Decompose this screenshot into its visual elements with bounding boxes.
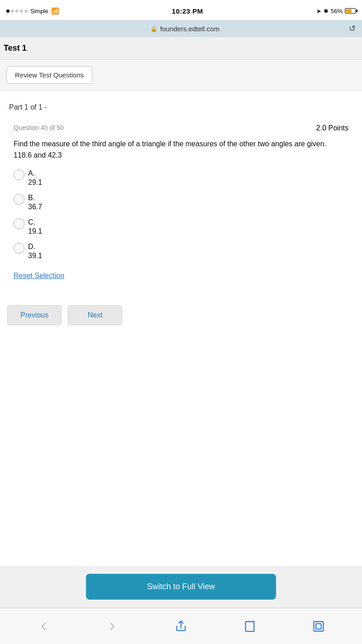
review-bar: Review Test Questions: [0, 60, 362, 91]
answer-option-d[interactable]: D. 39.1: [14, 243, 348, 260]
signal-dot-2: [11, 10, 14, 13]
next-button[interactable]: Next: [68, 305, 122, 325]
part-label: Part 1 of 1 -: [9, 103, 47, 111]
option-content-a: A. 29.1: [28, 169, 42, 187]
option-content-c: C. 19.1: [28, 218, 42, 235]
signal-dot-1: [6, 10, 10, 13]
svg-rect-2: [316, 624, 321, 629]
forward-button[interactable]: [101, 615, 124, 638]
question-text: Find the measure of the third angle of a…: [14, 139, 348, 149]
signal-dot-3: [15, 10, 19, 13]
answer-option-a[interactable]: A. 29.1: [14, 169, 348, 187]
browser-url: 🔒 founders.edtell.com: [150, 25, 219, 33]
carrier-label: Simple: [30, 8, 48, 14]
question-values: 118.6 and 42.3: [14, 151, 348, 159]
signal-dot-4: [20, 10, 23, 13]
question-number: Question 40 of 50: [14, 124, 64, 131]
option-label-d: D.: [28, 243, 42, 251]
option-label-a: A.: [28, 169, 42, 178]
bluetooth-icon: ✱: [324, 8, 329, 14]
radio-button-a[interactable]: [14, 169, 24, 180]
tabs-button[interactable]: [307, 615, 330, 638]
test-title-bar: Test 1: [0, 37, 362, 60]
signal-dots: [6, 10, 28, 13]
question-area: Question 40 of 50 2.0 Points Find the me…: [0, 116, 362, 293]
battery-fill: [346, 9, 352, 13]
page-content: Test 1 Review Test Questions Part 1 of 1…: [0, 37, 362, 338]
signal-dot-5: [24, 10, 28, 13]
status-bar: Simple 📶 10:23 PM ➤ ✱ 56%: [0, 0, 362, 20]
test-title: Test 1: [4, 43, 27, 53]
switch-view-area: Switch to Full View: [0, 566, 362, 608]
clock: 10:23 PM: [172, 7, 203, 15]
answer-option-b[interactable]: B. 36.7: [14, 194, 348, 211]
previous-button[interactable]: Previous: [7, 305, 62, 325]
svg-rect-1: [314, 621, 324, 631]
location-icon: ➤: [316, 8, 321, 14]
option-content-d: D. 39.1: [28, 243, 42, 260]
question-header: Question 40 of 50 2.0 Points: [14, 124, 348, 132]
option-label-c: C.: [28, 218, 42, 226]
lock-icon: 🔒: [150, 25, 157, 32]
battery-icon: [345, 8, 356, 14]
option-value-b: 36.7: [28, 203, 42, 211]
radio-button-d[interactable]: [14, 243, 24, 254]
radio-button-c[interactable]: [14, 218, 24, 229]
status-left: Simple 📶: [6, 7, 59, 14]
reload-button[interactable]: ↺: [349, 24, 356, 34]
status-right: ➤ ✱ 56%: [316, 8, 356, 14]
share-button[interactable]: [170, 615, 192, 638]
option-content-b: B. 36.7: [28, 194, 42, 211]
radio-button-b[interactable]: [14, 194, 24, 205]
switch-full-view-button[interactable]: Switch to Full View: [86, 574, 276, 600]
option-value-d: 39.1: [28, 252, 42, 260]
back-button[interactable]: [32, 615, 55, 638]
option-value-a: 29.1: [28, 178, 42, 187]
review-test-questions-button[interactable]: Review Test Questions: [6, 66, 92, 84]
bookmarks-button[interactable]: [238, 615, 261, 638]
question-points: 2.0 Points: [316, 124, 348, 132]
part-label-area: Part 1 of 1 -: [0, 91, 362, 116]
browser-bar: 🔒 founders.edtell.com ↺: [0, 20, 362, 37]
battery-percent: 56%: [331, 8, 343, 14]
option-label-b: B.: [28, 194, 42, 202]
browser-bottom-nav: [0, 608, 362, 644]
wifi-icon: 📶: [51, 7, 59, 14]
option-value-c: 19.1: [28, 227, 42, 235]
url-text: founders.edtell.com: [160, 25, 219, 33]
reset-selection-link[interactable]: Reset Selection: [14, 272, 64, 280]
answer-option-c[interactable]: C. 19.1: [14, 218, 348, 235]
navigation-area: Previous Next: [0, 293, 362, 338]
